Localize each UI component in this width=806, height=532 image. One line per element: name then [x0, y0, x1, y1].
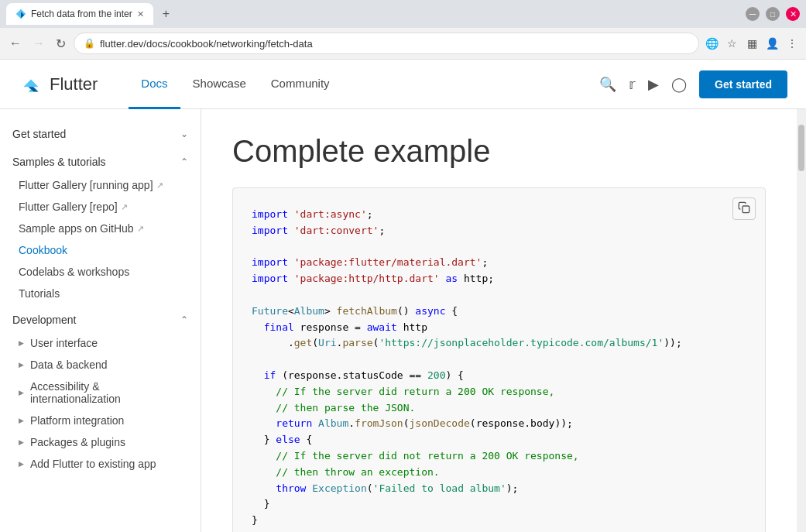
github-icon[interactable]: ◯ — [671, 76, 687, 93]
sidebar-item-accessibility[interactable]: Accessibility & internationalization — [0, 376, 201, 410]
external-link-icon-3: ↗ — [137, 224, 144, 234]
logo[interactable]: Flutter — [19, 72, 98, 97]
main-content: Complete example import 'dart:async'; im… — [201, 109, 797, 532]
get-started-button[interactable]: Get started — [699, 70, 787, 98]
back-button[interactable]: ← — [6, 33, 25, 53]
url-display: flutter.dev/docs/cookbook/networking/fet… — [100, 38, 313, 50]
svg-rect-5 — [743, 206, 749, 213]
nav-docs[interactable]: Docs — [129, 60, 180, 109]
code-content: import 'dart:async'; import 'dart:conver… — [252, 207, 746, 529]
close-tab-icon[interactable]: ✕ — [137, 9, 144, 19]
sidebar-item-user-interface[interactable]: User interface — [0, 332, 201, 354]
lock-icon: 🔒 — [84, 38, 95, 49]
search-icon[interactable]: 🔍 — [599, 76, 616, 93]
address-bar-input[interactable]: 🔒 flutter.dev/docs/cookbook/networking/f… — [74, 33, 699, 54]
scrollbar-thumb[interactable] — [798, 125, 804, 171]
browser-tab[interactable]: Fetch data from the inter ✕ — [6, 3, 153, 25]
nav-showcase[interactable]: Showcase — [180, 60, 259, 109]
logo-text: Flutter — [50, 74, 98, 94]
sidebar-item-tutorials-label: Tutorials — [19, 287, 60, 300]
extensions-icon[interactable]: ▦ — [744, 36, 760, 51]
chevron-down-icon: ⌄ — [180, 129, 188, 139]
sidebar-item-tutorials[interactable]: Tutorials — [0, 283, 201, 304]
sidebar: Get started ⌄ Samples & tutorials ⌃ Flut… — [0, 109, 201, 532]
sidebar-item-gallery-repo[interactable]: Flutter Gallery [repo] ↗ — [0, 196, 201, 218]
sidebar-item-add-flutter-label: Add Flutter to existing app — [30, 458, 156, 470]
twitter-icon[interactable]: 𝕣 — [629, 76, 636, 93]
sidebar-item-sample-apps[interactable]: Sample apps on GitHub ↗ — [0, 218, 201, 239]
sidebar-item-cookbook-label: Cookbook — [19, 244, 67, 256]
sidebar-item-ui-label: User interface — [30, 337, 98, 349]
restore-icon[interactable]: □ — [766, 7, 780, 21]
sidebar-item-gallery-repo-label: Flutter Gallery [repo] — [19, 201, 118, 213]
code-block: import 'dart:async'; import 'dart:conver… — [232, 187, 766, 532]
sidebar-get-started-label: Get started — [12, 128, 66, 140]
sidebar-samples-header[interactable]: Samples & tutorials ⌃ — [0, 149, 201, 174]
sidebar-item-platform-label: Platform integration — [30, 414, 124, 427]
external-link-icon-2: ↗ — [121, 202, 128, 212]
chevron-up-icon: ⌃ — [180, 156, 188, 167]
sidebar-get-started-header[interactable]: Get started ⌄ — [0, 122, 201, 146]
menu-icon[interactable]: ⋮ — [784, 36, 800, 51]
sidebar-item-cookbook[interactable]: Cookbook — [0, 239, 201, 261]
sidebar-item-add-flutter[interactable]: Add Flutter to existing app — [0, 453, 201, 475]
sidebar-item-packages-label: Packages & plugins — [30, 436, 125, 448]
sidebar-samples-label: Samples & tutorials — [12, 156, 106, 168]
sidebar-development-label: Development — [12, 314, 77, 326]
copy-code-button[interactable] — [732, 197, 756, 220]
sidebar-item-sample-apps-label: Sample apps on GitHub — [19, 222, 134, 235]
translate-icon[interactable]: 🌐 — [704, 36, 719, 51]
sidebar-item-accessibility-label: Accessibility & internationalization — [30, 380, 188, 405]
sidebar-development-header[interactable]: Development ⌃ — [0, 307, 201, 332]
site-header: Flutter Docs Showcase Community 🔍 𝕣 ▶ ◯ … — [0, 60, 806, 109]
chevron-up-icon-dev: ⌃ — [180, 314, 188, 325]
youtube-icon[interactable]: ▶ — [648, 76, 659, 93]
sidebar-item-codelabs[interactable]: Codelabs & workshops — [0, 261, 201, 283]
bookmark-icon[interactable]: ☆ — [724, 36, 739, 51]
external-link-icon: ↗ — [156, 180, 163, 190]
sidebar-section-development: Development ⌃ User interface Data & back… — [0, 307, 201, 475]
flutter-logo-icon — [19, 72, 43, 97]
content-area: Get started ⌄ Samples & tutorials ⌃ Flut… — [0, 109, 806, 532]
site-nav: Docs Showcase Community — [129, 60, 599, 109]
scrollbar-track[interactable] — [797, 109, 806, 532]
close-window-icon[interactable]: ✕ — [786, 7, 800, 21]
flutter-favicon — [15, 9, 26, 19]
new-tab-button[interactable]: + — [156, 7, 176, 21]
reload-button[interactable]: ↻ — [53, 33, 69, 54]
sidebar-section-get-started: Get started ⌄ — [0, 122, 201, 146]
nav-community[interactable]: Community — [259, 60, 342, 109]
sidebar-item-packages[interactable]: Packages & plugins — [0, 431, 201, 453]
sidebar-item-codelabs-label: Codelabs & workshops — [19, 266, 129, 278]
sidebar-item-gallery-app-label: Flutter Gallery [running app] — [19, 179, 153, 191]
sidebar-item-data-label: Data & backend — [30, 359, 108, 371]
sidebar-section-samples: Samples & tutorials ⌃ Flutter Gallery [r… — [0, 149, 201, 304]
sidebar-item-data-backend[interactable]: Data & backend — [0, 354, 201, 376]
tab-title: Fetch data from the inter — [31, 9, 132, 19]
profile-icon[interactable]: 👤 — [764, 36, 780, 51]
sidebar-item-platform[interactable]: Platform integration — [0, 410, 201, 431]
header-actions: 🔍 𝕣 ▶ ◯ Get started — [599, 70, 787, 98]
sidebar-item-gallery-app[interactable]: Flutter Gallery [running app] ↗ — [0, 174, 201, 196]
forward-button[interactable]: → — [29, 33, 48, 53]
minimize-icon[interactable]: ─ — [746, 7, 760, 21]
page-heading: Complete example — [232, 134, 766, 169]
